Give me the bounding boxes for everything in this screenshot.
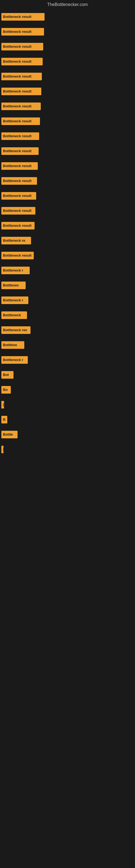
bar-label-16: Bottleneck result: [3, 253, 31, 257]
bar-row-18: Bottlenec: [0, 278, 135, 293]
bar-row-17: Bottleneck r: [0, 263, 135, 278]
bar-row-20: Bottleneck: [0, 308, 135, 322]
bar-row-22: Bottlene: [0, 337, 135, 352]
site-title: TheBottlenecker.com: [0, 0, 135, 9]
bar-12: Bottleneck result: [1, 192, 36, 199]
bar-label-1: Bottleneck result: [3, 30, 31, 34]
bar-label-27: B: [3, 417, 5, 422]
bar-row-26: |: [0, 397, 135, 412]
bar-26: |: [1, 401, 4, 408]
bar-25: Bo: [1, 386, 11, 394]
bar-row-5: Bottleneck result: [0, 84, 135, 99]
bar-28: Bottle: [1, 431, 17, 438]
bar-row-10: Bottleneck result: [0, 158, 135, 173]
bar-row-8: Bottleneck result: [0, 129, 135, 144]
bar-label-29: |: [3, 447, 3, 452]
bar-24: Bot: [1, 371, 13, 379]
bar-11: Bottleneck result: [1, 177, 37, 185]
bars-chart: Bottleneck resultBottleneck resultBottle…: [0, 9, 135, 457]
bar-8: Bottleneck result: [1, 132, 39, 140]
bar-row-28: Bottle: [0, 427, 135, 442]
bar-label-6: Bottleneck result: [3, 104, 31, 108]
bar-label-24: Bot: [3, 373, 9, 377]
bar-23: Bottleneck r: [1, 356, 28, 364]
bar-row-29: |: [0, 442, 135, 457]
bar-2: Bottleneck result: [1, 43, 43, 51]
bar-15: Bottleneck re: [1, 237, 31, 244]
bar-row-19: Bottleneck r: [0, 293, 135, 308]
site-title-container: TheBottlenecker.com: [0, 0, 135, 9]
bar-label-17: Bottleneck r: [3, 268, 23, 272]
bar-9: Bottleneck result: [1, 147, 39, 155]
bar-14: Bottleneck result: [1, 222, 35, 229]
bar-row-25: Bo: [0, 382, 135, 397]
bar-row-21: Bottleneck res: [0, 322, 135, 337]
bar-label-23: Bottleneck r: [3, 358, 23, 362]
bar-19: Bottleneck r: [1, 297, 28, 304]
bar-18: Bottlenec: [1, 282, 26, 289]
bar-label-9: Bottleneck result: [3, 149, 31, 153]
bar-label-8: Bottleneck result: [3, 134, 31, 138]
bar-7: Bottleneck result: [1, 118, 40, 125]
bar-label-18: Bottlenec: [3, 283, 19, 287]
bar-4: Bottleneck result: [1, 73, 42, 80]
bar-1: Bottleneck result: [1, 28, 44, 35]
bar-label-20: Bottleneck: [3, 313, 21, 317]
bar-row-4: Bottleneck result: [0, 69, 135, 84]
bar-row-2: Bottleneck result: [0, 39, 135, 54]
bar-label-21: Bottleneck res: [3, 328, 27, 332]
bar-label-15: Bottleneck re: [3, 239, 25, 243]
bar-17: Bottleneck r: [1, 267, 30, 274]
bar-row-7: Bottleneck result: [0, 114, 135, 129]
bar-13: Bottleneck result: [1, 207, 35, 215]
bar-label-5: Bottleneck result: [3, 89, 31, 93]
bar-label-2: Bottleneck result: [3, 44, 31, 49]
bar-label-0: Bottleneck result: [3, 14, 31, 19]
bar-label-13: Bottleneck result: [3, 209, 31, 213]
bar-label-3: Bottleneck result: [3, 59, 31, 63]
bar-6: Bottleneck result: [1, 102, 41, 110]
bar-label-26: |: [3, 403, 4, 407]
bar-row-12: Bottleneck result: [0, 188, 135, 203]
bar-row-15: Bottleneck re: [0, 233, 135, 248]
bar-0: Bottleneck result: [1, 13, 45, 21]
bar-row-6: Bottleneck result: [0, 99, 135, 114]
bar-label-11: Bottleneck result: [3, 179, 31, 183]
bar-label-14: Bottleneck result: [3, 223, 31, 227]
bar-row-1: Bottleneck result: [0, 24, 135, 39]
bar-label-10: Bottleneck result: [3, 164, 31, 168]
bar-label-12: Bottleneck result: [3, 194, 31, 198]
bar-label-28: Bottle: [3, 432, 13, 436]
bar-row-9: Bottleneck result: [0, 144, 135, 158]
bar-27: B: [1, 416, 7, 424]
bar-3: Bottleneck result: [1, 58, 43, 65]
bar-row-0: Bottleneck result: [0, 9, 135, 24]
bar-row-13: Bottleneck result: [0, 203, 135, 218]
bar-label-22: Bottlene: [3, 343, 17, 347]
bar-row-16: Bottleneck result: [0, 248, 135, 263]
bar-21: Bottleneck res: [1, 326, 31, 334]
bar-label-7: Bottleneck result: [3, 119, 31, 123]
bar-16: Bottleneck result: [1, 252, 34, 259]
bar-10: Bottleneck result: [1, 162, 38, 170]
bar-row-24: Bot: [0, 367, 135, 382]
bar-label-4: Bottleneck result: [3, 74, 31, 79]
bar-20: Bottleneck: [1, 311, 27, 319]
bar-22: Bottlene: [1, 341, 24, 349]
bar-row-14: Bottleneck result: [0, 218, 135, 233]
bar-row-23: Bottleneck r: [0, 352, 135, 367]
bar-label-25: Bo: [3, 388, 8, 392]
bar-row-11: Bottleneck result: [0, 173, 135, 188]
bar-row-27: B: [0, 412, 135, 427]
bar-row-3: Bottleneck result: [0, 54, 135, 69]
bar-5: Bottleneck result: [1, 88, 41, 95]
bar-label-19: Bottleneck r: [3, 298, 23, 302]
bar-29: |: [1, 446, 3, 453]
